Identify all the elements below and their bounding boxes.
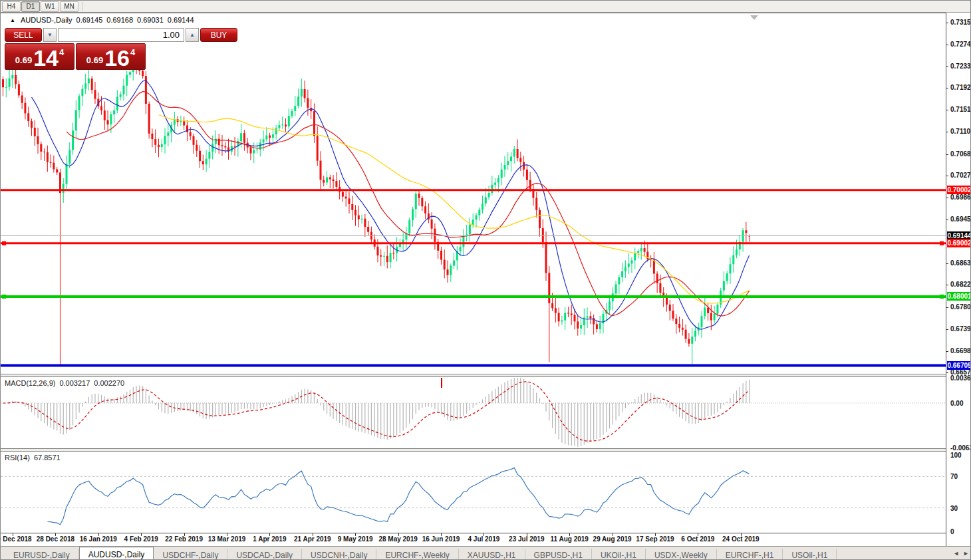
date-label: 23 Jul 2019 xyxy=(509,535,544,543)
ohlc-high: 0.69168 xyxy=(106,16,133,24)
rsi-axis-label: 100 xyxy=(950,452,962,459)
date-label: 16 Jan 2019 xyxy=(80,535,117,543)
tab-usdx-weekly[interactable]: USDX-,Weekly xyxy=(646,549,717,560)
time-axis[interactable]: 10 Dec 201828 Dec 201816 Jan 20194 Feb 2… xyxy=(1,533,946,546)
volume-decrease-button[interactable]: ▼ xyxy=(43,28,57,42)
macd-axis-label: -0.006378 xyxy=(950,444,971,452)
date-label: 11 Aug 2019 xyxy=(550,535,588,543)
tab-usoil-h1[interactable]: USOil-,H1 xyxy=(783,549,837,560)
timeframe-button-mn[interactable]: MN xyxy=(60,1,78,12)
rsi-label: RSI(14) 67.8571 xyxy=(5,454,61,462)
price-tick-mark xyxy=(946,329,948,330)
price-tick-mark xyxy=(946,176,948,176)
price-badge-0.66705: 0.66705 xyxy=(947,361,971,370)
rsi-value: 67.8571 xyxy=(34,454,61,462)
price-tick-mark xyxy=(946,307,948,308)
line-handle[interactable] xyxy=(940,241,944,245)
buy-button[interactable]: BUY xyxy=(200,28,237,42)
price-tick-label: 0.66980 xyxy=(950,347,971,354)
price-tick-label: 0.71100 xyxy=(950,128,971,135)
date-label: 9 May 2019 xyxy=(338,535,373,543)
tabs-scroll-right-icon[interactable]: ► xyxy=(963,550,969,557)
ohlc-low: 0.69031 xyxy=(137,16,164,24)
price-tick-mark xyxy=(946,132,948,132)
sell-button[interactable]: SELL xyxy=(5,28,42,42)
price-tick-mark xyxy=(946,372,948,373)
moving-average-line-10 xyxy=(32,80,750,329)
date-label: 6 Oct 2019 xyxy=(681,535,714,543)
macd-spike-marker xyxy=(441,378,442,388)
tab-eurchf-h1[interactable]: EURCHF-,H1 xyxy=(717,549,783,560)
macd-value-signal: 0.002270 xyxy=(94,379,124,387)
price-badge-0.70002: 0.70002 xyxy=(947,186,971,194)
date-label: 28 Dec 2018 xyxy=(37,535,74,543)
date-label: 4 Jul 2019 xyxy=(468,535,499,543)
candles-group xyxy=(2,53,750,365)
tab-eurusd-daily[interactable]: EURUSD-,Daily xyxy=(5,549,79,560)
price-tick-mark xyxy=(946,285,948,285)
tab-usdcnh-daily[interactable]: USDCNH-,Daily xyxy=(302,549,376,560)
price-tick-label: 0.72330 xyxy=(950,63,971,70)
price-tick-label: 0.73150 xyxy=(950,19,971,26)
price-axis[interactable]: 0.731500.727400.723300.719200.715100.711… xyxy=(946,13,971,546)
price-badge-0.68001: 0.68001 xyxy=(947,292,971,301)
tabs-scroll-left-icon[interactable]: ◄ xyxy=(953,550,959,557)
ohlc-close: 0.69144 xyxy=(168,16,194,24)
timeframe-button-w1[interactable]: W1 xyxy=(41,1,59,12)
line-handle[interactable] xyxy=(940,295,944,299)
sell-price-prefix: 0.69 xyxy=(15,55,32,65)
rsi-indicator-canvas[interactable] xyxy=(1,452,946,533)
price-tick-label: 0.67390 xyxy=(950,325,971,333)
macd-label: MACD(12,26,9) 0.003217 0.002270 xyxy=(5,379,124,387)
volume-increase-button[interactable]: ▲ xyxy=(186,28,199,42)
macd-axis-label: 0.00 xyxy=(950,400,963,407)
chart-shift-marker-icon[interactable] xyxy=(750,15,758,20)
macd-indicator-canvas[interactable] xyxy=(1,377,946,448)
timeframe-buttons: H4D1W1MN xyxy=(2,1,79,12)
tab-eurchf-weekly[interactable]: EURCHF-,Weekly xyxy=(376,549,458,560)
date-label: 21 Apr 2019 xyxy=(294,535,331,543)
tab-audusd-daily[interactable]: AUDUSD-,Daily xyxy=(79,547,154,560)
buy-price-prefix: 0.69 xyxy=(86,55,103,65)
one-click-collapse-icon[interactable]: ▲ xyxy=(10,17,15,23)
date-label: 17 Sep 2019 xyxy=(636,535,674,543)
timeframe-button-d1[interactable]: D1 xyxy=(21,1,40,12)
tab-ukoil-h1[interactable]: UKOil-,H1 xyxy=(592,549,646,560)
macd-histogram xyxy=(3,378,750,447)
price-tick-mark xyxy=(946,110,948,110)
macd-signal-line xyxy=(3,382,750,441)
one-click-trading-panel: SELL ▼ ▲ BUY 0.69 14 4 0.69 16 4 xyxy=(5,28,146,70)
timeframe-button-h4[interactable]: H4 xyxy=(2,1,21,12)
price-tick-mark xyxy=(946,351,948,352)
line-handle[interactable] xyxy=(2,241,6,245)
volume-input[interactable] xyxy=(58,28,184,42)
price-tick-label: 0.71920 xyxy=(950,84,971,91)
tab-gbpusd-h1[interactable]: GBPUSD-,H1 xyxy=(525,549,592,560)
macd-name: MACD(12,26,9) xyxy=(5,379,55,387)
toolbar-divider xyxy=(82,2,82,11)
tab-usdcad-daily[interactable]: USDCAD-,Daily xyxy=(227,549,302,560)
macd-axis-label: 0.003674 xyxy=(950,374,971,382)
date-label: 28 May 2019 xyxy=(378,535,417,543)
price-tick-mark xyxy=(946,23,948,23)
price-tick-mark xyxy=(946,88,948,88)
price-tick-label: 0.70680 xyxy=(950,150,971,158)
ohlc-open: 0.69145 xyxy=(76,16,103,24)
price-tick-label: 0.69860 xyxy=(950,194,971,201)
price-tick-label: 0.69450 xyxy=(950,215,971,223)
buy-price-button[interactable]: 0.69 16 4 xyxy=(76,43,146,70)
price-tick-mark xyxy=(946,67,948,67)
tab-usdchf-daily[interactable]: USDCHF-,Daily xyxy=(154,549,227,560)
price-tick-label: 0.72740 xyxy=(950,41,971,48)
sell-price-button[interactable]: 0.69 14 4 xyxy=(5,43,74,70)
date-label: 13 Mar 2019 xyxy=(208,535,246,543)
price-tick-label: 0.68630 xyxy=(950,259,971,267)
tab-xauusd-h1[interactable]: XAUUSD-,H1 xyxy=(459,549,525,560)
date-label: 10 Dec 2018 xyxy=(0,535,32,543)
date-label: 4 Feb 2019 xyxy=(124,535,158,543)
rsi-axis-label: 30 xyxy=(950,505,958,512)
price-tick-label: 0.67800 xyxy=(950,303,971,311)
price-tick-mark xyxy=(946,45,948,45)
chart-tab-bar: EURUSD-,DailyAUDUSD-,DailyUSDCHF-,DailyU… xyxy=(1,546,971,560)
line-handle[interactable] xyxy=(2,295,6,299)
